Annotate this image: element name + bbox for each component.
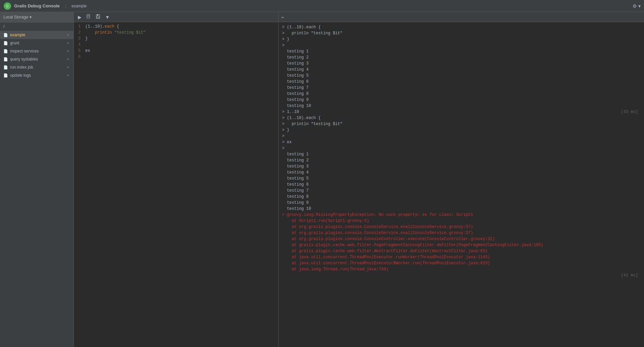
close-file-button[interactable]: ✕ [66, 57, 70, 62]
output-line: > println "testing $it" [282, 30, 641, 36]
editor-toolbar: ▶ ▼ [74, 12, 278, 22]
output-toolbar: ✏ [279, 12, 644, 22]
output-line: testing 4 [282, 169, 641, 176]
settings-button[interactable]: ⚙ ▾ [633, 3, 641, 9]
output-line: testing 9 [282, 200, 641, 206]
output-pane: ✏ > (1..10).each {> println "testing $it… [279, 12, 644, 347]
output-line: testing 2 [282, 54, 641, 61]
file-item-name: run index job [10, 65, 66, 70]
header-separator: | [65, 4, 66, 8]
output-line: > [282, 42, 641, 48]
run-button[interactable]: ▶ [77, 14, 83, 21]
file-icon: 📄 [3, 57, 8, 62]
code-line: 5ex [74, 48, 278, 54]
line-number: 1 [74, 24, 84, 30]
output-line: > println "testing $it" [282, 121, 641, 127]
settings-icon: ⚙ [633, 3, 637, 9]
svg-rect-7 [97, 17, 99, 18]
line-number: 6 [74, 54, 84, 60]
new-file-button[interactable] [85, 13, 92, 21]
local-storage-dropdown-icon: ▾ [30, 15, 32, 20]
code-line: 4 [74, 42, 278, 48]
grails-logo: G [3, 2, 11, 10]
output-error-line: at java.lang.Thread.run(Thread.java:744) [282, 266, 641, 272]
root-path-item[interactable]: / [0, 23, 74, 31]
output-result-line: > 1..10[43 ms] [282, 109, 641, 115]
output-line: testing 6 [282, 79, 641, 85]
line-number: 4 [74, 42, 84, 48]
close-file-button[interactable]: ✕ [66, 33, 70, 37]
file-icon: 📄 [3, 33, 8, 37]
output-line: > (1..10).each { [282, 24, 641, 30]
save-button[interactable] [94, 13, 102, 21]
local-storage-header[interactable]: Local Storage ▾ [0, 12, 74, 23]
line-content [84, 54, 278, 60]
output-line: > } [282, 36, 641, 42]
output-line: > (1..10).each { [282, 115, 641, 121]
file-item-name: inspect services [10, 49, 66, 53]
output-error-line: at org.grails.plugins.console.ConsoleSer… [282, 230, 641, 236]
output-line: > [282, 145, 641, 151]
code-line: 6 [74, 54, 278, 60]
output-line: testing 7 [282, 85, 641, 91]
output-error-line: at java.util.concurrent.ThreadPoolExecut… [282, 254, 641, 260]
output-area[interactable]: > (1..10).each {> println "testing $it">… [279, 22, 644, 347]
output-line: testing 8 [282, 194, 641, 200]
content-area: ▶ ▼ 1 [74, 12, 644, 347]
file-item-name: update logs [10, 73, 66, 78]
output-line: > [282, 133, 641, 139]
line-content [84, 42, 278, 48]
output-line: testing 9 [282, 97, 641, 103]
svg-text:G: G [6, 4, 9, 8]
output-line: testing 6 [282, 182, 641, 188]
output-line: testing 3 [282, 163, 641, 169]
file-list: 📄 example ✕ 📄 grunt ✕ 📄 inspect services… [0, 31, 74, 347]
sidebar-file-item[interactable]: 📄 query systables ✕ [0, 55, 74, 63]
output-line: > } [282, 127, 641, 133]
close-file-button[interactable]: ✕ [66, 65, 70, 70]
settings-dropdown-icon: ▾ [638, 3, 641, 9]
local-storage-label: Local Storage [3, 15, 28, 20]
sidebar-file-item[interactable]: 📄 update logs ✕ [0, 71, 74, 79]
line-number: 2 [74, 30, 84, 36]
output-line: testing 3 [282, 61, 641, 67]
output-error-line: at grails.plugin.cache.web.filter.PageFr… [282, 242, 641, 248]
editor-pane: ▶ ▼ 1 [74, 12, 279, 347]
output-error-line: at org.grails.plugins.console.ConsoleCon… [282, 236, 641, 242]
file-icon: 📄 [3, 73, 8, 78]
sidebar-file-item[interactable]: 📄 inspect services ✕ [0, 47, 74, 55]
output-line: testing 7 [282, 188, 641, 194]
output-line: testing 4 [282, 67, 641, 73]
output-error-line: at Script1.run(Script1.groovy:5) [282, 218, 641, 224]
output-line: testing 2 [282, 157, 641, 163]
code-line: 2 println "testing $it" [74, 30, 278, 36]
sidebar-file-item[interactable]: 📄 run index job ✕ [0, 63, 74, 71]
file-item-name: grunt [10, 41, 66, 45]
line-content: println "testing $it" [84, 30, 278, 36]
output-line: testing 10 [282, 206, 641, 212]
close-file-button[interactable]: ✕ [66, 73, 70, 78]
editor-area[interactable]: 1(1..10).each {2 println "testing $it"3}… [74, 22, 278, 347]
file-item-name: example [10, 33, 66, 37]
output-line: testing 5 [282, 176, 641, 182]
close-file-button[interactable]: ✕ [66, 49, 70, 53]
close-file-button[interactable]: ✕ [66, 41, 70, 45]
code-line: 3} [74, 36, 278, 42]
sidebar-file-item[interactable]: 📄 grunt ✕ [0, 39, 74, 47]
sidebar-file-item[interactable]: 📄 example ✕ [0, 31, 74, 39]
svg-rect-6 [97, 14, 98, 16]
header-tab-name: example [72, 4, 87, 8]
file-icon: 📄 [3, 41, 8, 45]
output-line: testing 5 [282, 73, 641, 79]
line-content: (1..10).each { [84, 24, 278, 30]
sidebar: Local Storage ▾ / 📄 example ✕ 📄 grunt ✕ … [0, 12, 74, 347]
file-item-name: query systables [10, 57, 66, 62]
output-line: testing 1 [282, 48, 641, 54]
save-dropdown-button[interactable]: ▼ [104, 14, 111, 21]
clear-output-button[interactable]: ✏ [281, 14, 284, 20]
header: G Grails Debug Console | example ⚙ ▾ [0, 0, 644, 12]
output-error-line: at grails.plugin.cache.web.filter.Abstra… [282, 248, 641, 254]
output-line: testing 8 [282, 91, 641, 97]
file-icon: 📄 [3, 49, 8, 53]
line-number: 5 [74, 48, 84, 54]
